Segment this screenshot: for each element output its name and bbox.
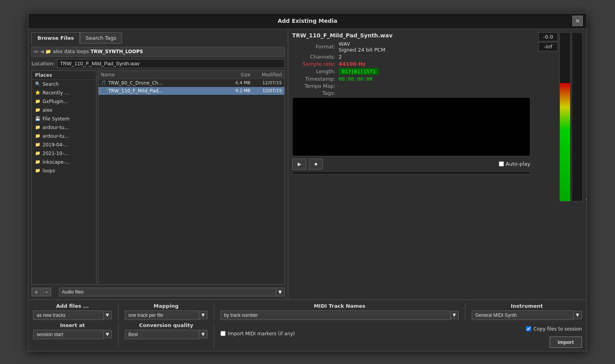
info-row-tags: Tags: <box>292 90 530 96</box>
autoplay-row: Auto-play <box>499 161 530 167</box>
divider-2 <box>214 303 214 320</box>
conversion-select[interactable]: Best Good Quick Fast <box>125 330 199 339</box>
places-header: Places <box>32 71 96 80</box>
meter-scale: +3 +0 -3 -5 -10 -15 -18 -20 -25 -30 -40 … <box>584 32 587 201</box>
autoplay-checkbox[interactable] <box>499 161 504 166</box>
tags-label: Tags: <box>292 90 335 96</box>
meter-container: -0.0 -inf +3 +0 -3 <box>538 32 583 201</box>
tab-browse-files[interactable]: Browse Files <box>31 32 80 44</box>
insert-at-label: Insert at <box>33 322 112 328</box>
places-item-search[interactable]: 🔍 Search <box>32 80 96 89</box>
breadcrumb-item-0[interactable]: alex <box>53 49 63 54</box>
instrument-section: Instrument General MIDI Synth None ▼ <box>472 303 582 320</box>
info-row-tempo: Tempo Map: <box>292 83 530 89</box>
remove-place-button[interactable]: − <box>42 288 51 296</box>
play-button[interactable]: ▶ <box>292 159 306 170</box>
filter-arrow[interactable]: ▼ <box>276 288 285 296</box>
places-panel: Places 🔍 Search ⭐ Recently ... 📁 GxPlugi… <box>31 70 96 285</box>
places-item-filesystem[interactable]: 💾 File System <box>32 115 96 123</box>
title-bar: Add Existing Media ✕ <box>28 13 587 29</box>
folder-icon: 📁 <box>35 151 41 156</box>
places-item-ardour1[interactable]: 📁 ardour-tu... <box>32 123 96 132</box>
actions-section: Copy files to session Import <box>472 322 582 348</box>
mapping-section: Mapping one track per file one track per… <box>125 303 207 320</box>
info-row-format: Format: WAVSigned 24 bit PCM <box>292 41 530 53</box>
folder-icon: 📁 <box>35 142 41 147</box>
tags-box <box>292 97 530 156</box>
audio-file-icon: 🎵 <box>101 88 106 93</box>
instrument-arrow[interactable]: ▼ <box>574 311 582 319</box>
main-content: Browse Files Search Tags ✏ ◀ 📁 alex data… <box>28 29 587 299</box>
places-item-2019[interactable]: 📁 2019-04-... <box>32 140 96 149</box>
breadcrumb-item-2[interactable]: loops <box>76 49 89 54</box>
col-name-header: Name <box>101 72 227 78</box>
import-midi-row: Import MIDI markers (if any) <box>220 331 472 336</box>
timestamp-value: 00:00:00:00 <box>339 76 372 82</box>
tab-search-tags[interactable]: Search Tags <box>80 32 122 44</box>
filter-select[interactable]: Audio files MIDI files All files <box>59 288 276 296</box>
midi-track-label: MIDI Track Names <box>220 303 459 309</box>
right-panel: TRW_110_F_Mild_Pad_Synth.wav Format: WAV… <box>288 29 587 299</box>
files-list: 🎵 TRW_80_C_Drone_Ch... 6.4 MB 12/07/15 🎵… <box>98 79 284 284</box>
places-item-inkscape[interactable]: 📁 inkscape-... <box>32 158 96 166</box>
transport-row: ▶ ■ Auto-play <box>292 159 530 170</box>
format-value: WAVSigned 24 bit PCM <box>339 41 385 53</box>
breadcrumb: ✏ ◀ 📁 alex data loops TRW_SYNTH_LOOPS <box>31 47 285 57</box>
places-item-recently[interactable]: ⭐ Recently ... <box>32 89 96 97</box>
mapping-label: Mapping <box>125 303 207 309</box>
places-item-loops[interactable]: 📁 loops <box>32 166 96 175</box>
instrument-select-wrapper: General MIDI Synth None ▼ <box>472 310 582 320</box>
location-row: Location: <box>31 59 285 68</box>
search-icon: 🔍 <box>35 81 41 87</box>
midi-select[interactable]: by track number by file name by track na… <box>220 310 450 320</box>
places-item-alex[interactable]: 📁 alex <box>32 106 96 115</box>
import-button[interactable]: Import <box>550 336 582 348</box>
midi-arrow[interactable]: ▼ <box>450 311 459 319</box>
tab-bar: Browse Files Search Tags <box>31 32 285 44</box>
info-row-channels: Channels: 2 <box>292 54 530 60</box>
add-existing-media-dialog: Add Existing Media ✕ Browse Files Search… <box>28 13 587 351</box>
insert-select[interactable]: session start playhead position timestam… <box>33 330 104 339</box>
close-button[interactable]: ✕ <box>572 16 583 26</box>
import-midi-checkbox[interactable] <box>220 331 226 336</box>
conversion-arrow[interactable]: ▼ <box>199 330 207 338</box>
midi-select-wrapper: by track number by file name by track na… <box>220 310 459 320</box>
breadcrumb-item-3[interactable]: TRW_SYNTH_LOOPS <box>91 49 143 54</box>
add-files-select[interactable]: as new tracks to source list as new regi… <box>33 310 104 320</box>
folder-icon: 📁 <box>35 99 41 104</box>
stop-button[interactable]: ■ <box>309 159 323 170</box>
folder-icon: 📁 <box>35 125 41 130</box>
mapping-select[interactable]: one track per file one track per channel… <box>125 310 199 320</box>
places-item-gxplugin[interactable]: 📁 GxPlugin... <box>32 97 96 106</box>
mapping-arrow[interactable]: ▼ <box>199 311 207 319</box>
file-browser: Places 🔍 Search ⭐ Recently ... 📁 GxPlugi… <box>31 70 285 285</box>
meter-channel-left <box>559 32 571 201</box>
breadcrumb-item-1[interactable]: data <box>64 49 75 54</box>
file-details: TRW_110_F_Mild_Pad_Synth.wav Format: WAV… <box>292 32 530 201</box>
conversion-section: Conversion quality Best Good Quick Fast … <box>125 322 207 339</box>
table-row[interactable]: 🎵 TRW_110_F_Mild_Pad... 9.2 MB 12/07/15 <box>98 87 284 95</box>
progress-bar[interactable] <box>292 171 530 174</box>
table-row[interactable]: 🎵 TRW_80_C_Drone_Ch... 6.4 MB 12/07/15 <box>98 79 284 87</box>
places-item-ardour2[interactable]: 📁 ardour-tu... <box>32 132 96 140</box>
instrument-label: Instrument <box>472 303 582 309</box>
divider-5 <box>214 322 214 348</box>
instrument-select[interactable]: General MIDI Synth None <box>472 310 574 320</box>
add-place-button[interactable]: + <box>31 288 41 296</box>
conversion-select-wrapper: Best Good Quick Fast ▼ <box>125 330 207 339</box>
edit-icon[interactable]: ✏ <box>34 49 39 55</box>
add-files-arrow[interactable]: ▼ <box>104 311 112 319</box>
tempo-label: Tempo Map: <box>292 83 335 89</box>
drive-icon: 💾 <box>35 116 41 121</box>
insert-at-section: Insert at session start playhead positio… <box>33 322 112 339</box>
copy-files-checkbox[interactable] <box>526 326 531 331</box>
folder-icon: 📁 <box>35 168 41 173</box>
insert-arrow[interactable]: ▼ <box>104 330 112 338</box>
format-label: Format: <box>292 44 335 50</box>
location-input[interactable] <box>57 59 285 68</box>
places-item-2021[interactable]: 📁 2021-10-... <box>32 149 96 158</box>
places-buttons: + − <box>31 288 51 296</box>
file-title: TRW_110_F_Mild_Pad_Synth.wav <box>292 32 530 39</box>
conversion-label: Conversion quality <box>125 322 207 328</box>
channels-label: Channels: <box>292 54 335 60</box>
